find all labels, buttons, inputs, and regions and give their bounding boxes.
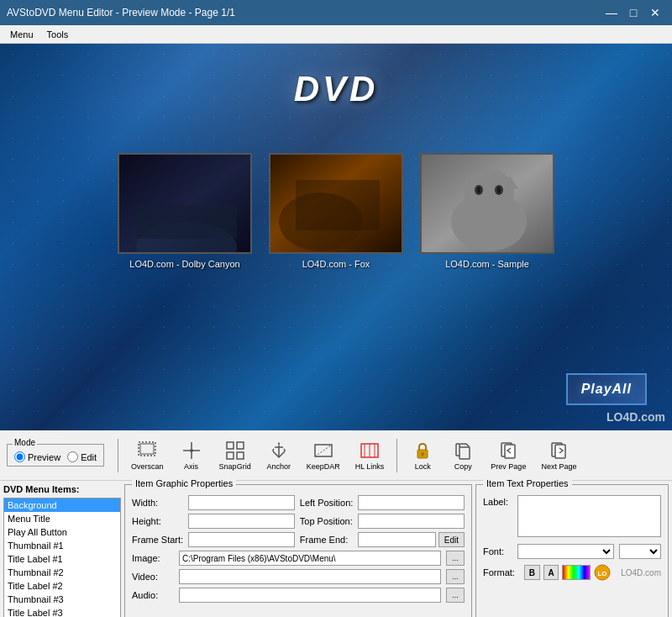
copy-icon: [453, 440, 473, 461]
svg-rect-20: [227, 442, 234, 449]
maximize-button[interactable]: □: [623, 3, 643, 23]
mode-preview-radio[interactable]: Preview: [14, 451, 60, 462]
svg-point-19: [190, 449, 193, 452]
list-item-title-label3[interactable]: Title Label #3: [4, 606, 120, 617]
list-item-play-all[interactable]: Play All Button: [4, 525, 120, 539]
play-all-button[interactable]: PlayAll: [566, 373, 647, 405]
list-item-thumbnail1[interactable]: Thumbnail #1: [4, 539, 120, 552]
snapgrid-button[interactable]: SnapGrid: [213, 435, 257, 477]
list-item-title-label2[interactable]: Title Label #2: [4, 579, 120, 593]
format-label: Format:: [483, 567, 521, 577]
graphic-props-grid: Width: Left Position: Height: Top Positi…: [132, 495, 465, 547]
width-input[interactable]: [188, 495, 295, 510]
keepdar-button[interactable]: KeepDAR: [301, 435, 346, 477]
lo4d-badge: LO LO4D.com: [594, 564, 661, 581]
font-row: Font:: [483, 544, 661, 559]
list-item-menu-title[interactable]: Menu Title: [4, 512, 120, 525]
overscan-button[interactable]: Overscan: [125, 435, 170, 477]
font-size-select[interactable]: [619, 544, 661, 559]
mode-edit-label: Edit: [81, 452, 97, 462]
video-browse-button[interactable]: ...: [446, 569, 465, 584]
copy-button[interactable]: Copy: [444, 435, 481, 477]
audio-input[interactable]: [179, 588, 441, 603]
hllinks-icon: [360, 440, 380, 461]
toolbar-sep-2: [396, 439, 397, 472]
preview-area: DVD: [0, 44, 672, 430]
nextpage-button[interactable]: Next Page: [535, 435, 582, 477]
font-select[interactable]: [517, 544, 614, 559]
app-title: AVStoDVD Menu Editor - Preview Mode - Pa…: [7, 7, 235, 18]
svg-rect-16: [140, 444, 154, 454]
edit-button[interactable]: Edit: [438, 532, 465, 547]
snapgrid-icon: [225, 440, 245, 461]
svg-point-8: [464, 169, 514, 216]
list-item-background[interactable]: Background: [4, 498, 120, 512]
audio-label: Audio:: [132, 590, 174, 600]
image-browse-button[interactable]: ...: [446, 551, 465, 566]
top-position-input[interactable]: [358, 514, 465, 529]
svg-line-27: [315, 445, 332, 456]
width-label: Width:: [132, 498, 183, 508]
frame-start-label: Frame Start:: [132, 535, 183, 545]
frame-end-label: Frame End:: [300, 535, 354, 545]
hllinks-button[interactable]: HL Links: [349, 435, 391, 477]
frame-start-input[interactable]: [188, 532, 295, 547]
svg-text:LO: LO: [598, 570, 607, 577]
thumb-frame-dolby[interactable]: [118, 153, 252, 254]
thumb-frame-fox[interactable]: [269, 153, 403, 254]
working-area: DVD Menu Items: Background Menu Title Pl…: [0, 481, 672, 617]
left-panel: DVD Menu Items: Background Menu Title Pl…: [3, 484, 121, 617]
height-label: Height:: [132, 516, 183, 526]
audio-row: Audio: ...: [132, 588, 465, 603]
label-textarea[interactable]: [517, 495, 661, 537]
list-item-thumbnail2[interactable]: Thumbnail #2: [4, 566, 120, 579]
menu-item-tools[interactable]: Tools: [40, 28, 76, 41]
image-input[interactable]: [179, 551, 441, 566]
toolbar-sep-1: [118, 439, 118, 472]
anchor-button[interactable]: Anchor: [260, 435, 297, 477]
font-label: Font:: [483, 546, 512, 556]
prevpage-icon: [498, 440, 518, 461]
label-field-label: Label:: [483, 495, 512, 507]
menu-bar: Menu Tools: [0, 25, 672, 44]
left-position-input[interactable]: [358, 495, 465, 510]
mode-edit-input[interactable]: [67, 451, 78, 462]
list-item-title-label1[interactable]: Title Label #1: [4, 552, 120, 566]
left-position-label: Left Position:: [300, 498, 354, 508]
frame-end-input[interactable]: [358, 532, 435, 547]
video-row: Video: ...: [132, 569, 465, 584]
axis-button[interactable]: Axis: [173, 435, 210, 477]
menu-item-menu[interactable]: Menu: [3, 28, 40, 41]
video-input[interactable]: [179, 569, 441, 584]
thumb-item-sample: LO4D.com - Sample: [420, 153, 554, 269]
bold-button[interactable]: B: [524, 565, 540, 580]
label-row: Label:: [483, 495, 661, 537]
italic-button[interactable]: A: [543, 565, 559, 580]
close-button[interactable]: ✕: [645, 3, 665, 23]
text-props-title: Item Text Properties: [483, 478, 572, 488]
height-input[interactable]: [188, 514, 295, 529]
bottom-panel: Mode Preview Edit: [0, 430, 672, 617]
svg-rect-42: [555, 445, 565, 458]
color-picker[interactable]: [562, 565, 591, 580]
overscan-icon: [137, 440, 157, 461]
thumb-item-fox: LO4D.com - Fox: [269, 153, 403, 269]
thumb-item-dolby: LO4D.com - Dolby Canyon: [118, 153, 252, 269]
thumb-frame-sample[interactable]: [420, 153, 554, 254]
svg-rect-22: [227, 452, 234, 459]
thumbnails-row: LO4D.com - Dolby Canyon: [118, 153, 554, 269]
minimize-button[interactable]: —: [601, 3, 622, 23]
keepdar-icon: [313, 440, 333, 461]
audio-browse-button[interactable]: ...: [446, 588, 465, 603]
mode-edit-radio[interactable]: Edit: [67, 451, 97, 462]
list-item-thumbnail3[interactable]: Thumbnail #3: [4, 593, 120, 606]
title-bar-text: AVStoDVD Menu Editor - Preview Mode - Pa…: [7, 7, 235, 18]
mode-preview-input[interactable]: [14, 451, 25, 462]
dvd-menu-items-label: DVD Menu Items:: [3, 484, 121, 494]
right-panel: Item Text Properties Label: Font:: [475, 484, 669, 617]
anchor-icon: [269, 440, 289, 461]
nextpage-label: Next Page: [541, 462, 576, 471]
lock-button[interactable]: Lock: [404, 435, 441, 477]
lo4d-text: LO4D.com: [621, 568, 661, 577]
prevpage-button[interactable]: Prev Page: [485, 435, 532, 477]
